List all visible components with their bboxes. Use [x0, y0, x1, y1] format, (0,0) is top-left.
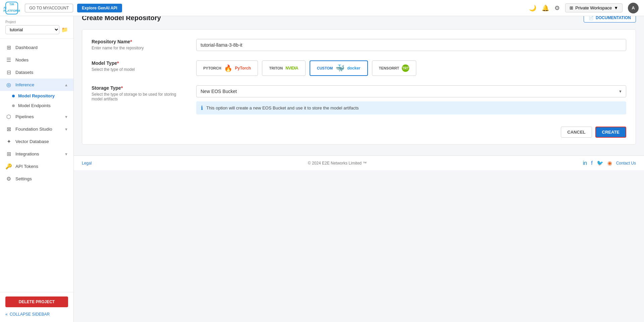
create-button[interactable]: CREATE [595, 127, 626, 138]
workspace-chevron-icon: ▼ [614, 5, 618, 10]
project-label: Project [5, 20, 68, 24]
docker-logo-icon: 🐳 [335, 64, 344, 73]
user-avatar[interactable]: A [628, 3, 639, 13]
workspace-label: Private Workspace [575, 5, 612, 10]
pipelines-chevron-icon: ▼ [64, 115, 68, 119]
settings-nav-icon: ⚙ [5, 176, 12, 182]
sidebar-item-label: Nodes [15, 57, 29, 62]
sidebar-item-settings[interactable]: ⚙ Settings [0, 173, 73, 185]
sidebar-subitem-model-repository[interactable]: Model Repository [0, 91, 73, 101]
sidebar-subitem-label: Model Repository [18, 93, 55, 98]
project-selector: Project tutorial 📁 [0, 16, 73, 39]
tensorrt-logo-icon: TRT [402, 64, 409, 72]
nvidia-logo-icon: NVIDIA [285, 66, 298, 71]
topnav: TIR AI PLATFORM GO TO MYACCOUNT Explore … [0, 0, 644, 16]
sidebar-item-label: Pipelines [15, 114, 34, 119]
model-type-custom[interactable]: CUSTOM 🐳 docker [310, 60, 368, 76]
linkedin-icon[interactable]: in [583, 160, 587, 166]
dashboard-icon: ⊞ [5, 44, 12, 51]
repo-name-required: * [130, 39, 132, 44]
nodes-icon: ☰ [5, 57, 12, 63]
form-card: Repository Name* Enter name for the repo… [82, 29, 636, 145]
form-actions: CANCEL CREATE [92, 124, 626, 138]
footer-social: in f 🐦 ◉ Contact Us [583, 160, 636, 166]
page-area: Create Model Repository 📄 DOCUMENTATION … [74, 13, 644, 155]
model-type-tensorrt[interactable]: TENSORRT TRT [372, 60, 417, 76]
sidebar-item-pipelines[interactable]: ⬡ Pipelines ▼ [0, 110, 73, 123]
model-type-label: Model Type* [92, 60, 185, 66]
main-content: Private Workspace › tutorial › Manage Mo… [74, 0, 644, 306]
storage-type-label-col: Storage Type* Select the type of storage… [92, 85, 185, 114]
pytorch-logo-icon: 🔥 [224, 64, 232, 72]
storage-type-section: Storage Type* Select the type of storage… [92, 85, 626, 114]
sidebar-item-foundation-studio[interactable]: ⊠ Foundation Studio ▼ [0, 123, 73, 135]
logo-icon: TIR AI PLATFORM [5, 2, 18, 14]
repo-name-label: Repository Name* [92, 39, 185, 44]
footer-legal-link[interactable]: Legal [82, 161, 92, 166]
sidebar-bottom: DELETE PROJECT « COLLAPSE SIDEBAR [0, 292, 73, 306]
pipelines-icon: ⬡ [5, 113, 12, 120]
settings-icon[interactable]: ⚙ [554, 4, 560, 12]
integrations-icon: ⊞ [5, 151, 12, 157]
repo-name-section: Repository Name* Enter name for the repo… [92, 39, 626, 51]
delete-project-button[interactable]: DELETE PROJECT [5, 296, 68, 306]
doc-icon: 📄 [589, 15, 594, 20]
notifications-icon[interactable]: 🔔 [542, 4, 549, 12]
sidebar-item-label: Foundation Studio [15, 127, 52, 132]
sidebar-subitem-model-endpoints[interactable]: Model Endpoints [0, 101, 73, 110]
genai-button[interactable]: Explore GenAI API [77, 4, 122, 12]
repo-name-label-col: Repository Name* Enter name for the repo… [92, 39, 185, 51]
facebook-icon[interactable]: f [591, 160, 592, 166]
sidebar-item-datasets[interactable]: ⊟ Datasets [0, 66, 73, 79]
rss-icon[interactable]: ◉ [607, 160, 612, 166]
model-type-pytorch[interactable]: PYTORCH 🔥 PyTorch [196, 60, 258, 76]
logo-text-platform: AI PLATFORM [3, 6, 20, 13]
repo-name-input[interactable] [196, 39, 626, 51]
sidebar-item-nodes[interactable]: ☰ Nodes [0, 54, 73, 66]
sidebar-item-api-tokens[interactable]: 🔑 API Tokens [0, 160, 73, 173]
inference-icon: ◎ [5, 82, 12, 88]
storage-type-hint: Select the type of storage to be used fo… [92, 92, 185, 101]
pytorch-text: PYTORCH [203, 66, 221, 70]
logo-area: TIR AI PLATFORM [5, 2, 18, 14]
topnav-right: 🌙 🔔 ⚙ ⊞ Private Workspace ▼ A [529, 3, 639, 13]
footer: Legal © 2024 E2E Networks Limited ™ in f… [74, 155, 644, 170]
tensorrt-text: TENSORRT [379, 66, 399, 70]
model-type-label-col: Model Type* Select the type of model [92, 60, 185, 76]
project-select[interactable]: tutorial [5, 25, 59, 34]
folder-icon[interactable]: 📁 [61, 27, 68, 33]
doc-label: DOCUMENTATION [596, 15, 631, 20]
nav-items: ⊞ Dashboard ☰ Nodes ⊟ Datasets ◎ Inferen… [0, 39, 73, 292]
darkmode-icon[interactable]: 🌙 [529, 4, 536, 12]
sidebar-item-inference[interactable]: ◎ Inference ▲ [0, 79, 73, 91]
project-select-row: tutorial 📁 [5, 25, 68, 34]
model-type-field-col: PYTORCH 🔥 PyTorch TRITON NVIDIA CUSTOM [196, 60, 626, 76]
logo-text-tir: TIR [9, 3, 14, 6]
model-type-required: * [117, 60, 119, 66]
workspace-selector[interactable]: ⊞ Private Workspace ▼ [565, 3, 623, 12]
sidebar-item-label: Vector Database [15, 139, 49, 144]
foundation-chevron-icon: ▼ [64, 127, 68, 131]
model-type-hint: Select the type of model [92, 67, 185, 72]
sidebar: Project tutorial 📁 ⊞ Dashboard ☰ Nodes ⊟… [0, 16, 74, 306]
sidebar-item-label: Datasets [15, 70, 33, 75]
cancel-button[interactable]: CANCEL [561, 127, 592, 138]
repo-name-hint: Enter name for the repository [92, 46, 185, 50]
myaccount-button[interactable]: GO TO MYACCOUNT [25, 4, 73, 12]
sidebar-item-vector-database[interactable]: ✦ Vector Database [0, 135, 73, 148]
vector-database-icon: ✦ [5, 138, 12, 145]
inference-chevron-icon: ▲ [64, 83, 68, 87]
sidebar-item-dashboard[interactable]: ⊞ Dashboard [0, 41, 73, 54]
foundation-studio-icon: ⊠ [5, 126, 12, 132]
sidebar-item-label: Settings [15, 176, 32, 181]
footer-contact-link[interactable]: Contact Us [616, 161, 636, 166]
storage-type-select[interactable]: New EOS BucketExisting EOS BucketExterna… [196, 85, 626, 97]
twitter-icon[interactable]: 🐦 [597, 160, 603, 166]
sidebar-item-integrations[interactable]: ⊞ Integrations ▼ [0, 148, 73, 160]
info-message: This option will create a new EOS Bucket… [206, 105, 359, 110]
model-type-triton[interactable]: TRITON NVIDIA [262, 60, 306, 76]
storage-type-field-col: New EOS BucketExisting EOS BucketExterna… [196, 85, 626, 114]
footer-copyright: © 2024 E2E Networks Limited ™ [308, 161, 367, 166]
storage-type-required: * [121, 85, 123, 91]
workspace-icon: ⊞ [570, 5, 573, 10]
